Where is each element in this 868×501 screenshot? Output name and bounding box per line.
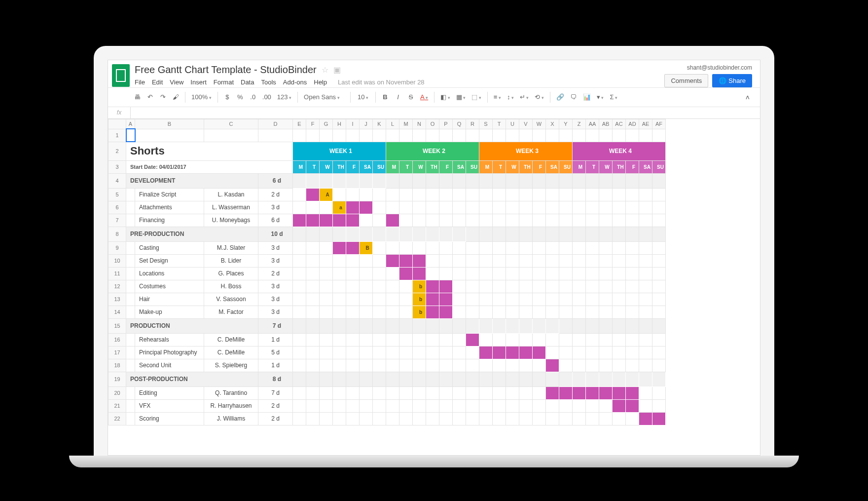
- cell[interactable]: [466, 372, 479, 386]
- cell[interactable]: [320, 267, 333, 280]
- cell[interactable]: [306, 318, 320, 333]
- cell[interactable]: [519, 227, 533, 241]
- gantt-cell[interactable]: [519, 318, 533, 333]
- gantt-cell[interactable]: [373, 173, 386, 188]
- task-duration[interactable]: 7 d: [258, 386, 293, 399]
- gantt-cell[interactable]: [626, 399, 639, 412]
- cell[interactable]: [573, 293, 586, 306]
- gantt-cell[interactable]: A: [320, 188, 333, 201]
- week-header[interactable]: WEEK 3: [479, 142, 573, 160]
- account-email[interactable]: shant@studiobinder.com: [664, 64, 752, 71]
- cell[interactable]: [439, 241, 453, 254]
- day-header[interactable]: SA: [546, 160, 559, 173]
- cell[interactable]: [613, 280, 626, 293]
- day-header[interactable]: W: [599, 160, 613, 173]
- collapse-toolbar-icon[interactable]: ʌ: [742, 91, 753, 103]
- gantt-cell[interactable]: [386, 227, 399, 241]
- cell[interactable]: [373, 333, 386, 346]
- cell[interactable]: [466, 346, 479, 359]
- cell[interactable]: [426, 346, 439, 359]
- cell[interactable]: [466, 188, 479, 201]
- cell[interactable]: [559, 241, 573, 254]
- cell[interactable]: [453, 267, 466, 280]
- cell[interactable]: [626, 346, 639, 359]
- row-header[interactable]: 11: [108, 267, 126, 280]
- gantt-cell[interactable]: [546, 359, 559, 372]
- cell[interactable]: [626, 214, 639, 227]
- cell[interactable]: [333, 399, 346, 412]
- cell[interactable]: [626, 227, 639, 241]
- cell[interactable]: [506, 254, 519, 267]
- cell[interactable]: [639, 241, 652, 254]
- cell[interactable]: [386, 280, 399, 293]
- cell[interactable]: [126, 293, 135, 306]
- gantt-cell[interactable]: [333, 241, 346, 254]
- section-duration[interactable]: 7 d: [258, 318, 293, 333]
- cell[interactable]: [506, 267, 519, 280]
- cell[interactable]: [652, 399, 666, 412]
- cell[interactable]: [639, 173, 652, 188]
- gantt-cell[interactable]: [599, 386, 613, 399]
- cell[interactable]: [493, 267, 506, 280]
- cell[interactable]: [399, 399, 413, 412]
- cell[interactable]: [439, 129, 453, 142]
- cell[interactable]: [386, 318, 399, 333]
- h-align-icon[interactable]: ≡: [492, 91, 503, 103]
- cell[interactable]: [573, 346, 586, 359]
- font-size-select[interactable]: 10: [355, 91, 371, 103]
- cell[interactable]: [479, 372, 493, 386]
- cell[interactable]: [293, 280, 306, 293]
- day-header[interactable]: T: [399, 160, 413, 173]
- cell[interactable]: [613, 254, 626, 267]
- cell[interactable]: [506, 129, 519, 142]
- gantt-cell[interactable]: [466, 333, 479, 346]
- v-align-icon[interactable]: ↕: [505, 91, 516, 103]
- cell[interactable]: [506, 201, 519, 214]
- cell[interactable]: [439, 372, 453, 386]
- cell[interactable]: [479, 201, 493, 214]
- cell[interactable]: [293, 306, 306, 318]
- column-header[interactable]: AC: [613, 119, 626, 129]
- day-header[interactable]: SU: [652, 160, 666, 173]
- gantt-cell[interactable]: [626, 372, 639, 386]
- column-header[interactable]: U: [506, 119, 519, 129]
- gantt-cell[interactable]: [333, 227, 346, 241]
- cell[interactable]: [373, 372, 386, 386]
- row-header[interactable]: 20: [108, 386, 126, 399]
- section-duration[interactable]: 10 d: [258, 227, 293, 241]
- cell[interactable]: [613, 412, 626, 425]
- cell[interactable]: [546, 201, 559, 214]
- cell[interactable]: [306, 333, 320, 346]
- cell[interactable]: [599, 280, 613, 293]
- cell[interactable]: [258, 129, 293, 142]
- gantt-cell[interactable]: [386, 254, 399, 267]
- cell[interactable]: [333, 254, 346, 267]
- gantt-cell[interactable]: [652, 372, 666, 386]
- cell[interactable]: [399, 280, 413, 293]
- column-header[interactable]: F: [306, 119, 320, 129]
- task-owner[interactable]: L. Kasdan: [204, 188, 258, 201]
- column-header[interactable]: H: [333, 119, 346, 129]
- cell[interactable]: [360, 346, 373, 359]
- percent-format[interactable]: %: [235, 91, 246, 103]
- gantt-cell[interactable]: [426, 293, 439, 306]
- cell[interactable]: [126, 280, 135, 293]
- gantt-cell[interactable]: [559, 386, 573, 399]
- cell[interactable]: [453, 372, 466, 386]
- day-header[interactable]: SU: [373, 160, 386, 173]
- cell[interactable]: [519, 254, 533, 267]
- cell[interactable]: [573, 399, 586, 412]
- cell[interactable]: [519, 129, 533, 142]
- column-header[interactable]: AE: [639, 119, 652, 129]
- cell[interactable]: [639, 201, 652, 214]
- cell[interactable]: [613, 359, 626, 372]
- cell[interactable]: [546, 412, 559, 425]
- cell[interactable]: [559, 173, 573, 188]
- cell[interactable]: [613, 267, 626, 280]
- task-name[interactable]: Scoring: [135, 412, 204, 425]
- cell[interactable]: [320, 386, 333, 399]
- cell[interactable]: [453, 399, 466, 412]
- cell[interactable]: [559, 227, 573, 241]
- cell[interactable]: [586, 129, 599, 142]
- cell[interactable]: [386, 188, 399, 201]
